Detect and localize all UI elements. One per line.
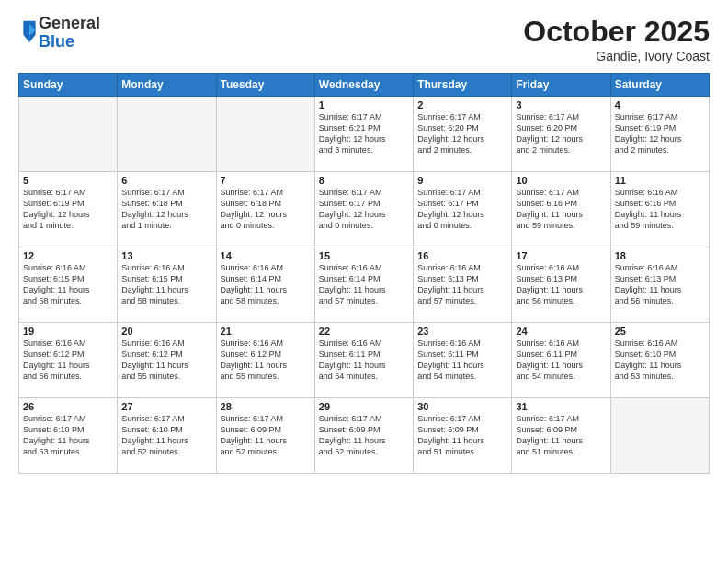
logo-text: General Blue [39,15,100,52]
calendar-week-row: 26Sunrise: 6:17 AM Sunset: 6:10 PM Dayli… [19,398,710,474]
day-info: Sunrise: 6:17 AM Sunset: 6:09 PM Dayligh… [417,413,507,458]
calendar-cell: 19Sunrise: 6:16 AM Sunset: 6:12 PM Dayli… [19,323,118,398]
day-number: 15 [319,250,409,261]
calendar-cell: 5Sunrise: 6:17 AM Sunset: 6:19 PM Daylig… [19,172,118,247]
day-number: 1 [319,99,409,110]
day-number: 27 [121,401,211,412]
calendar-cell: 21Sunrise: 6:16 AM Sunset: 6:12 PM Dayli… [216,323,314,398]
day-number: 16 [417,250,507,261]
day-info: Sunrise: 6:17 AM Sunset: 6:21 PM Dayligh… [319,111,409,156]
title-block: October 2025 Gandie, Ivory Coast [523,15,710,63]
calendar-cell: 18Sunrise: 6:16 AM Sunset: 6:13 PM Dayli… [610,247,709,323]
calendar-cell: 3Sunrise: 6:17 AM Sunset: 6:20 PM Daylig… [512,97,610,172]
day-number: 10 [516,175,606,186]
calendar-cell: 30Sunrise: 6:17 AM Sunset: 6:09 PM Dayli… [414,398,512,474]
day-info: Sunrise: 6:17 AM Sunset: 6:09 PM Dayligh… [221,413,311,458]
calendar-cell: 10Sunrise: 6:17 AM Sunset: 6:16 PM Dayli… [512,172,610,247]
day-info: Sunrise: 6:16 AM Sunset: 6:11 PM Dayligh… [319,338,409,383]
calendar-cell: 26Sunrise: 6:17 AM Sunset: 6:10 PM Dayli… [19,398,118,474]
day-number: 12 [23,250,113,261]
calendar-cell [610,398,709,474]
calendar-header-row: SundayMondayTuesdayWednesdayThursdayFrid… [19,74,710,97]
calendar-cell: 1Sunrise: 6:17 AM Sunset: 6:21 PM Daylig… [314,97,413,172]
calendar-cell: 13Sunrise: 6:16 AM Sunset: 6:15 PM Dayli… [118,247,216,323]
day-info: Sunrise: 6:17 AM Sunset: 6:20 PM Dayligh… [417,111,507,156]
day-info: Sunrise: 6:17 AM Sunset: 6:16 PM Dayligh… [516,187,606,232]
calendar-cell: 20Sunrise: 6:16 AM Sunset: 6:12 PM Dayli… [118,323,216,398]
day-number: 18 [615,250,705,261]
day-number: 5 [23,175,113,186]
calendar-day-header: Saturday [610,74,709,97]
day-info: Sunrise: 6:16 AM Sunset: 6:12 PM Dayligh… [121,338,211,383]
calendar-cell: 4Sunrise: 6:17 AM Sunset: 6:19 PM Daylig… [610,97,709,172]
day-info: Sunrise: 6:17 AM Sunset: 6:18 PM Dayligh… [121,187,211,232]
day-info: Sunrise: 6:17 AM Sunset: 6:10 PM Dayligh… [121,413,211,458]
logo: General Blue [18,15,100,52]
calendar-week-row: 12Sunrise: 6:16 AM Sunset: 6:15 PM Dayli… [19,247,710,323]
day-number: 7 [221,175,311,186]
day-number: 29 [319,401,409,412]
calendar-cell: 23Sunrise: 6:16 AM Sunset: 6:11 PM Dayli… [414,323,512,398]
calendar-cell: 2Sunrise: 6:17 AM Sunset: 6:20 PM Daylig… [414,97,512,172]
calendar-cell [19,97,118,172]
calendar-cell: 16Sunrise: 6:16 AM Sunset: 6:13 PM Dayli… [414,247,512,323]
day-number: 9 [417,175,507,186]
calendar-cell: 12Sunrise: 6:16 AM Sunset: 6:15 PM Dayli… [19,247,118,323]
day-number: 24 [516,326,606,337]
day-info: Sunrise: 6:16 AM Sunset: 6:15 PM Dayligh… [23,262,113,307]
calendar-cell [216,97,314,172]
day-number: 3 [516,99,606,110]
calendar-day-header: Sunday [19,74,118,97]
day-info: Sunrise: 6:17 AM Sunset: 6:10 PM Dayligh… [23,413,113,458]
day-number: 30 [417,401,507,412]
day-info: Sunrise: 6:17 AM Sunset: 6:20 PM Dayligh… [516,111,606,156]
day-number: 26 [23,401,113,412]
calendar-cell: 31Sunrise: 6:17 AM Sunset: 6:09 PM Dayli… [512,398,610,474]
day-number: 13 [121,250,211,261]
day-info: Sunrise: 6:16 AM Sunset: 6:13 PM Dayligh… [417,262,507,307]
day-number: 4 [615,99,705,110]
day-number: 21 [221,326,311,337]
day-info: Sunrise: 6:17 AM Sunset: 6:09 PM Dayligh… [319,413,409,458]
calendar-day-header: Wednesday [314,74,413,97]
calendar-cell: 9Sunrise: 6:17 AM Sunset: 6:17 PM Daylig… [414,172,512,247]
day-info: Sunrise: 6:16 AM Sunset: 6:14 PM Dayligh… [221,262,311,307]
day-number: 8 [319,175,409,186]
calendar-cell: 24Sunrise: 6:16 AM Sunset: 6:11 PM Dayli… [512,323,610,398]
day-info: Sunrise: 6:16 AM Sunset: 6:11 PM Dayligh… [516,338,606,383]
calendar-cell: 7Sunrise: 6:17 AM Sunset: 6:18 PM Daylig… [216,172,314,247]
day-info: Sunrise: 6:17 AM Sunset: 6:18 PM Dayligh… [221,187,311,232]
page: General Blue October 2025 Gandie, Ivory … [0,0,728,563]
calendar-cell: 29Sunrise: 6:17 AM Sunset: 6:09 PM Dayli… [314,398,413,474]
day-number: 25 [615,326,705,337]
calendar-cell: 11Sunrise: 6:16 AM Sunset: 6:16 PM Dayli… [610,172,709,247]
calendar-day-header: Tuesday [216,74,314,97]
calendar-week-row: 1Sunrise: 6:17 AM Sunset: 6:21 PM Daylig… [19,97,710,172]
logo-general: General [39,15,100,33]
day-number: 20 [121,326,211,337]
page-title: October 2025 [523,15,710,49]
day-number: 23 [417,326,507,337]
day-info: Sunrise: 6:16 AM Sunset: 6:13 PM Dayligh… [516,262,606,307]
calendar-week-row: 5Sunrise: 6:17 AM Sunset: 6:19 PM Daylig… [19,172,710,247]
day-info: Sunrise: 6:16 AM Sunset: 6:15 PM Dayligh… [121,262,211,307]
day-info: Sunrise: 6:17 AM Sunset: 6:09 PM Dayligh… [516,413,606,458]
calendar-day-header: Monday [118,74,216,97]
calendar-cell [118,97,216,172]
calendar-cell: 15Sunrise: 6:16 AM Sunset: 6:14 PM Dayli… [314,247,413,323]
day-number: 28 [221,401,311,412]
day-info: Sunrise: 6:16 AM Sunset: 6:13 PM Dayligh… [615,262,705,307]
day-info: Sunrise: 6:17 AM Sunset: 6:17 PM Dayligh… [319,187,409,232]
calendar-cell: 17Sunrise: 6:16 AM Sunset: 6:13 PM Dayli… [512,247,610,323]
calendar-cell: 14Sunrise: 6:16 AM Sunset: 6:14 PM Dayli… [216,247,314,323]
calendar-cell: 27Sunrise: 6:17 AM Sunset: 6:10 PM Dayli… [118,398,216,474]
day-info: Sunrise: 6:16 AM Sunset: 6:14 PM Dayligh… [319,262,409,307]
day-number: 2 [417,99,507,110]
day-info: Sunrise: 6:17 AM Sunset: 6:19 PM Dayligh… [615,111,705,156]
day-info: Sunrise: 6:16 AM Sunset: 6:11 PM Dayligh… [417,338,507,383]
calendar-cell: 6Sunrise: 6:17 AM Sunset: 6:18 PM Daylig… [118,172,216,247]
day-info: Sunrise: 6:16 AM Sunset: 6:12 PM Dayligh… [221,338,311,383]
calendar: SundayMondayTuesdayWednesdayThursdayFrid… [18,73,710,474]
header: General Blue October 2025 Gandie, Ivory … [18,15,710,63]
day-number: 22 [319,326,409,337]
